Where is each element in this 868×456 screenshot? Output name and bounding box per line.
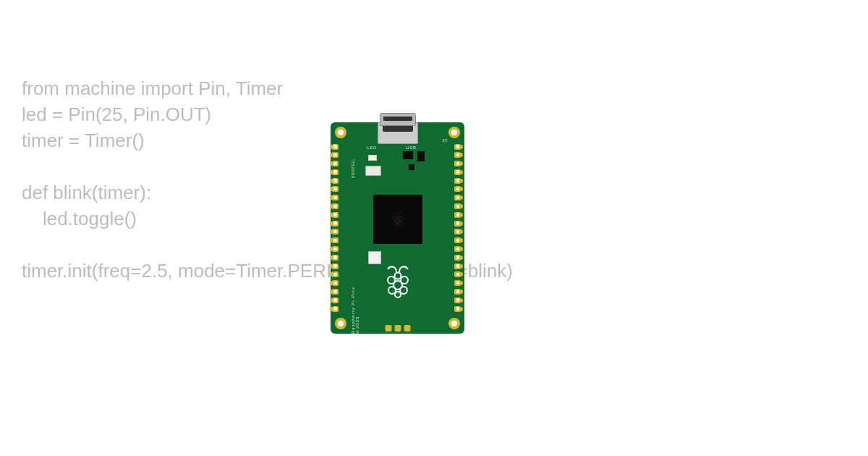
gpio-pin	[332, 237, 340, 245]
gpio-pin	[453, 219, 461, 227]
gpio-pin	[332, 219, 340, 227]
gpio-pin	[453, 203, 461, 211]
gpio-pin	[332, 262, 340, 270]
gpio-pin	[332, 168, 340, 176]
raspberry-pi-pico-board: LED USB 25 BOOTSEL Raspberry Pi Pico ©20…	[331, 113, 464, 334]
gpio-pin	[332, 271, 340, 279]
svg-point-2	[399, 217, 402, 221]
gpio-pin	[332, 151, 340, 159]
code-line: led = Pin(25, Pin.OUT)	[22, 104, 211, 125]
gpio-pin	[332, 160, 340, 168]
capacitor	[417, 151, 425, 161]
capacitor	[403, 151, 413, 159]
usb-slot	[383, 117, 412, 121]
onboard-led	[368, 155, 377, 161]
gpio-pin	[453, 177, 461, 185]
gpio-pin	[332, 143, 340, 151]
code-line: led.toggle()	[22, 208, 137, 229]
label-pin-25: 25	[443, 138, 448, 143]
svg-point-8	[401, 276, 408, 284]
svg-point-11	[394, 273, 401, 279]
gpio-pin	[453, 211, 461, 219]
rp2040-chip	[373, 195, 422, 244]
gpio-pin	[453, 279, 461, 287]
gpio-pin	[453, 160, 461, 168]
gpio-pin	[453, 271, 461, 279]
code-line: from machine import Pin, Timer	[22, 77, 283, 99]
gpio-pin	[453, 237, 461, 245]
gpio-pin	[453, 262, 461, 270]
mounting-hole-top-left	[335, 127, 346, 138]
gpio-pin	[332, 228, 340, 236]
gpio-pin	[332, 185, 340, 193]
label-bootsel: BOOTSEL	[351, 159, 355, 178]
gpio-pin	[453, 305, 461, 313]
mounting-hole-bottom-left	[335, 318, 346, 329]
gpio-pin	[332, 194, 340, 202]
flash-memory-chip	[368, 251, 381, 264]
svg-point-12	[395, 292, 401, 297]
svg-point-10	[400, 287, 407, 294]
debug-pad	[385, 325, 391, 332]
gpio-pin	[453, 245, 461, 253]
pcb-board: LED USB 25 BOOTSEL Raspberry Pi Pico ©20…	[331, 122, 464, 334]
bootsel-button	[365, 166, 381, 176]
svg-point-0	[395, 219, 399, 223]
gpio-pins-right	[453, 143, 463, 313]
gpio-pin	[453, 194, 461, 202]
code-line: def blink(timer):	[22, 182, 151, 203]
label-copyright: Raspberry Pi Pico ©2020	[351, 267, 359, 334]
debug-pad	[404, 325, 410, 332]
gpio-pin	[453, 228, 461, 236]
gpio-pin	[453, 168, 461, 176]
svg-point-9	[388, 287, 396, 294]
debug-pads	[385, 325, 410, 332]
gpio-pin	[332, 305, 340, 313]
gpio-pin	[332, 245, 340, 253]
gpio-pin	[453, 185, 461, 193]
debug-pad	[394, 325, 401, 332]
gpio-pins-left	[332, 143, 342, 313]
gpio-pin	[332, 203, 340, 211]
gpio-pin	[332, 211, 340, 219]
label-led: LED	[367, 145, 377, 150]
code-line: timer = Timer()	[22, 130, 145, 151]
svg-point-5	[396, 215, 399, 218]
mounting-hole-top-right	[448, 127, 460, 138]
raspberry-pi-chip-logo-icon	[388, 210, 407, 229]
label-usb: USB	[406, 145, 417, 150]
gpio-pin	[453, 288, 461, 296]
gpio-pin	[332, 279, 340, 287]
gpio-pin	[453, 296, 461, 304]
gpio-pin	[332, 177, 340, 185]
raspberry-pi-logo-icon	[383, 263, 413, 300]
capacitor	[409, 164, 414, 170]
gpio-pin	[332, 288, 340, 296]
gpio-pin	[453, 253, 461, 261]
svg-point-1	[393, 217, 396, 221]
gpio-pin	[332, 253, 340, 261]
gpio-pin	[332, 296, 340, 304]
mounting-hole-bottom-right	[448, 318, 460, 329]
svg-point-7	[388, 276, 395, 284]
usb-connector-external	[380, 113, 416, 126]
gpio-pin	[453, 151, 461, 159]
gpio-pin	[453, 143, 461, 151]
